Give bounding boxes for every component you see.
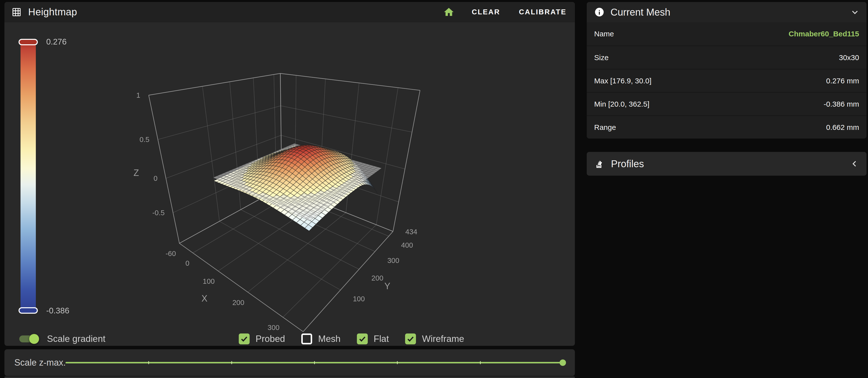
row-label: Max [176.9, 30.0]	[594, 77, 651, 85]
scale-zmax-label: Scale z-max.	[14, 357, 66, 368]
mesh-size-value: 30x30	[839, 53, 859, 62]
display-controls-row: Scale gradient Probed Mesh	[4, 332, 575, 346]
home-icon[interactable]	[443, 6, 455, 18]
scale-zmax-slider[interactable]	[65, 362, 563, 364]
flat-label: Flat	[374, 334, 389, 344]
heightmap-grid-icon	[11, 7, 22, 17]
colorbar-min-handle[interactable]	[19, 307, 38, 314]
colorbar-max-handle[interactable]	[19, 39, 38, 45]
slider-tick	[397, 361, 398, 364]
row-label: Size	[594, 53, 609, 62]
probed-label: Probed	[255, 334, 285, 344]
slider-tick	[314, 361, 315, 364]
mesh-min-value: -0.386 mm	[824, 100, 859, 108]
profiles-card: Profiles	[587, 152, 867, 176]
table-row: Name Chmaber60_Bed115	[587, 22, 867, 46]
colorbar-max-label: 0.276	[46, 37, 67, 47]
next-card-edge	[4, 377, 575, 378]
toggle-knob	[29, 334, 39, 344]
current-mesh-header[interactable]: Current Mesh	[587, 2, 867, 22]
heightmap-3d-plot[interactable]	[4, 22, 575, 341]
chevron-down-icon[interactable]	[851, 8, 859, 16]
table-row: Size 30x30	[587, 46, 867, 69]
row-label: Range	[594, 123, 616, 132]
heightmap-card: Heightmap CLEAR CALIBRATE 0.276 -0.386 S…	[4, 2, 575, 346]
wireframe-label: Wireframe	[422, 334, 464, 344]
flat-checkbox[interactable]	[357, 333, 368, 344]
plot-area: 0.276 -0.386 Scale gradient Probed	[4, 22, 575, 346]
current-mesh-title: Current Mesh	[611, 7, 670, 18]
profiles-stack-icon	[594, 158, 605, 169]
profiles-title: Profiles	[611, 158, 644, 170]
wireframe-checkbox[interactable]	[405, 333, 416, 344]
checkbox-probed[interactable]: Probed	[239, 333, 285, 344]
row-label: Name	[594, 30, 614, 38]
mesh-max-value: 0.276 mm	[826, 77, 859, 85]
check-icon	[406, 335, 415, 343]
mesh-name-value: Chmaber60_Bed115	[789, 30, 859, 38]
table-row: Max [176.9, 30.0] 0.276 mm	[587, 69, 867, 92]
slider-tick	[148, 361, 149, 364]
checkbox-wireframe[interactable]: Wireframe	[405, 333, 464, 344]
info-icon	[594, 7, 604, 17]
probed-checkbox[interactable]	[239, 333, 250, 344]
profiles-header[interactable]: Profiles	[587, 152, 867, 176]
mesh-label: Mesh	[318, 334, 340, 344]
current-mesh-card: Current Mesh Name Chmaber60_Bed115 Size …	[587, 2, 867, 139]
mesh-info-table: Name Chmaber60_Bed115 Size 30x30 Max [17…	[587, 22, 867, 139]
check-icon	[240, 335, 248, 343]
clear-button[interactable]: CLEAR	[470, 5, 502, 19]
page-title: Heightmap	[28, 6, 77, 18]
colorbar-min-label: -0.386	[46, 306, 69, 315]
slider-thumb[interactable]	[560, 359, 566, 366]
color-scale-bar: 0.276 -0.386	[21, 42, 36, 311]
slider-tick	[480, 361, 481, 364]
checkbox-flat[interactable]: Flat	[357, 333, 389, 344]
slider-tick	[231, 361, 232, 364]
chevron-left-icon[interactable]	[851, 159, 859, 168]
calibrate-button[interactable]: CALIBRATE	[518, 5, 568, 19]
heightmap-toolbar: Heightmap CLEAR CALIBRATE	[4, 2, 575, 22]
mesh-checkbox[interactable]	[301, 333, 312, 344]
table-row: Range 0.662 mm	[587, 115, 867, 139]
table-row: Min [20.0, 362.5] -0.386 mm	[587, 92, 867, 115]
check-icon	[358, 335, 367, 343]
checkbox-mesh[interactable]: Mesh	[301, 333, 340, 344]
scale-zmax-card: Scale z-max.	[4, 349, 575, 376]
scale-gradient-label: Scale gradient	[47, 334, 105, 344]
scale-gradient-toggle[interactable]	[19, 336, 38, 342]
mesh-range-value: 0.662 mm	[826, 123, 859, 132]
row-label: Min [20.0, 362.5]	[594, 100, 649, 108]
